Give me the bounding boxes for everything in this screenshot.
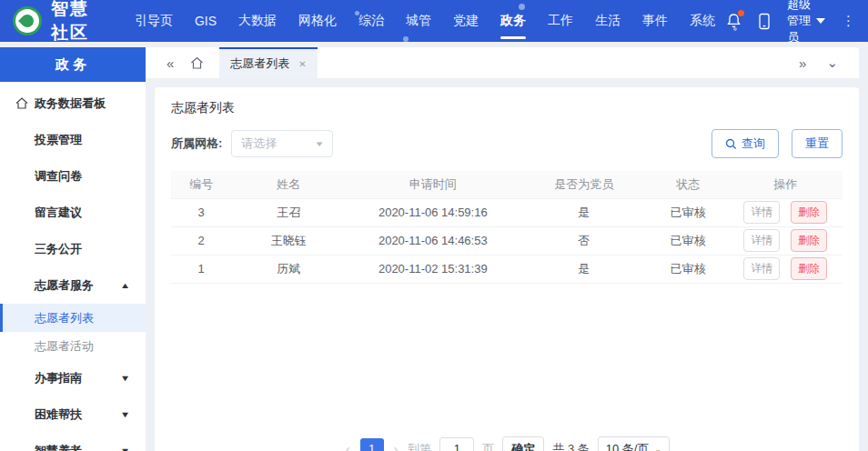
cell-name: 王召 bbox=[231, 198, 345, 226]
search-icon bbox=[725, 138, 737, 150]
sidebar-item-assistance[interactable]: 困难帮扶 ▼ bbox=[0, 396, 146, 433]
table-row: 1 历斌 2020-11-02 15:31:39 是 已审核 详情 删除 bbox=[171, 255, 843, 283]
page-number-active[interactable]: 1 bbox=[360, 438, 384, 451]
sidebar: 政务 政务数据看板 投票管理 调查问卷 留言建议 三务 bbox=[0, 47, 146, 451]
goto-prefix-label: 到第 bbox=[408, 441, 431, 451]
col-header-id: 编号 bbox=[171, 171, 231, 198]
col-header-name: 姓名 bbox=[231, 171, 345, 198]
chevron-down-icon bbox=[816, 18, 825, 24]
layout: 政务 政务数据看板 投票管理 调查问卷 留言建议 三务 bbox=[0, 42, 868, 451]
app-title: 智慧社区 bbox=[51, 0, 100, 42]
main-area: « 志愿者列表 ✕ » ⌄ 志愿者列表 所属网格: bbox=[146, 47, 868, 451]
sidebar-item-label: 志愿者列表 bbox=[35, 310, 94, 326]
delete-button[interactable]: 删除 bbox=[791, 229, 827, 252]
nav-item-bigdata[interactable]: 大数据 bbox=[227, 0, 288, 42]
nav-item-governance[interactable]: 综治 bbox=[348, 0, 395, 42]
cell-time: 2020-11-06 14:46:53 bbox=[346, 226, 520, 255]
col-header-actions: 操作 bbox=[729, 171, 843, 198]
confirm-button[interactable]: 确定 bbox=[502, 436, 544, 451]
nav-item-event[interactable]: 事件 bbox=[631, 0, 679, 42]
sidebar-item-label: 三务公开 bbox=[35, 241, 82, 257]
select-placeholder: 请选择 bbox=[241, 135, 277, 152]
detail-button[interactable]: 详情 bbox=[743, 257, 780, 280]
cell-status: 已审核 bbox=[648, 255, 729, 283]
nav-item-grid[interactable]: 网格化 bbox=[288, 0, 348, 42]
sidebar-item-service-guide[interactable]: 办事指南 ▼ bbox=[0, 360, 146, 396]
goto-page-input[interactable] bbox=[439, 437, 474, 451]
sidebar-item-elderly-care[interactable]: 智慧养老 ▼ bbox=[0, 433, 146, 451]
nav-item-government-active[interactable]: 政务 bbox=[490, 0, 537, 42]
delete-button[interactable]: 删除 bbox=[791, 257, 827, 280]
tab-label: 志愿者列表 bbox=[230, 55, 289, 72]
top-nav-menu: 引导页 GIS 大数据 网格化 综治 城管 党建 政务 工作 生活 事件 系统 bbox=[124, 0, 726, 42]
detail-button[interactable]: 详情 bbox=[743, 201, 780, 224]
delete-button[interactable]: 删除 bbox=[791, 201, 827, 224]
top-navbar: 智慧社区 引导页 GIS 大数据 网格化 综治 城管 党建 政务 工作 生活 事… bbox=[0, 0, 868, 42]
sidebar-item-feedback[interactable]: 留言建议 bbox=[0, 195, 146, 231]
tab-strip-right: » ⌄ bbox=[791, 55, 846, 71]
page-title: 志愿者列表 bbox=[171, 100, 843, 116]
detail-button[interactable]: 详情 bbox=[743, 229, 780, 252]
mobile-device-icon[interactable] bbox=[758, 11, 771, 31]
home-tab-icon[interactable] bbox=[182, 56, 212, 69]
table-row: 3 王召 2020-11-06 14:59:16 是 已审核 详情 删除 bbox=[171, 198, 843, 226]
close-icon[interactable]: ✕ bbox=[298, 59, 306, 69]
nav-item-city[interactable]: 城管 bbox=[395, 0, 442, 42]
reset-button-label: 重置 bbox=[805, 135, 829, 152]
chevron-down-icon: ▼ bbox=[315, 140, 325, 148]
cell-actions: 详情 删除 bbox=[729, 226, 843, 255]
filter-actions: 查询 重置 bbox=[712, 129, 843, 158]
sidebar-item-label: 困难帮扶 bbox=[35, 406, 82, 423]
col-header-status: 状态 bbox=[648, 171, 729, 198]
cell-status: 已审核 bbox=[648, 226, 729, 255]
sidebar-item-label: 留言建议 bbox=[35, 205, 82, 221]
prev-page-icon[interactable]: ‹ bbox=[344, 442, 352, 451]
notification-bell-icon[interactable] bbox=[726, 11, 742, 31]
table-header-row: 编号 姓名 申请时间 是否为党员 状态 操作 bbox=[171, 171, 843, 198]
sidebar-item-survey[interactable]: 调查问卷 bbox=[0, 158, 146, 195]
cell-id: 2 bbox=[171, 226, 231, 255]
sidebar-item-voting[interactable]: 投票管理 bbox=[0, 122, 146, 158]
page-size-select[interactable]: 10 条/页 ⌄ bbox=[598, 436, 670, 451]
collapse-sidebar-icon[interactable]: « bbox=[158, 55, 182, 71]
kebab-menu-icon[interactable]: ⋮ bbox=[842, 13, 855, 29]
sidebar-item-volunteer-list[interactable]: 志愿者列表 bbox=[0, 304, 146, 332]
cell-party: 是 bbox=[520, 255, 648, 283]
chevron-down-icon: ▼ bbox=[120, 374, 131, 383]
col-header-party: 是否为党员 bbox=[520, 171, 648, 198]
nav-item-guide[interactable]: 引导页 bbox=[124, 0, 184, 42]
user-menu[interactable]: 超级管理员 bbox=[787, 0, 825, 42]
nav-item-party[interactable]: 党建 bbox=[442, 0, 490, 42]
topbar-right: 超级管理员 ⋮ bbox=[726, 0, 855, 42]
page-size-value: 10 条/页 bbox=[606, 441, 650, 451]
cell-time: 2020-11-02 15:31:39 bbox=[346, 255, 520, 283]
sidebar-item-label: 政务数据看板 bbox=[35, 95, 106, 112]
sidebar-item-label: 志愿者服务 bbox=[35, 277, 94, 294]
total-count-label: 共 3 条 bbox=[552, 441, 589, 451]
sidebar-item-disclosure[interactable]: 三务公开 bbox=[0, 231, 146, 267]
search-button-label: 查询 bbox=[742, 135, 765, 152]
grid-select[interactable]: 请选择 ▼ bbox=[231, 130, 333, 157]
sidebar-item-volunteer-activity[interactable]: 志愿者活动 bbox=[0, 332, 146, 360]
col-header-time: 申请时间 bbox=[346, 171, 520, 198]
user-name: 超级管理员 bbox=[787, 0, 811, 42]
sidebar-item-dashboard[interactable]: 政务数据看板 bbox=[0, 85, 146, 122]
chevron-down-icon: ▼ bbox=[120, 410, 131, 419]
search-button[interactable]: 查询 bbox=[712, 129, 779, 158]
reset-button[interactable]: 重置 bbox=[792, 129, 843, 158]
next-page-icon[interactable]: › bbox=[392, 442, 400, 451]
expand-tabs-icon[interactable]: » bbox=[791, 55, 814, 71]
tab-options-icon[interactable]: ⌄ bbox=[818, 55, 846, 71]
nav-item-gis[interactable]: GIS bbox=[184, 0, 227, 42]
grid-filter-label: 所属网格: bbox=[171, 135, 222, 152]
cell-name: 历斌 bbox=[231, 255, 345, 283]
home-icon bbox=[15, 97, 28, 109]
sidebar-item-volunteer-service[interactable]: 志愿者服务 ▲ bbox=[0, 267, 146, 304]
nav-item-work[interactable]: 工作 bbox=[537, 0, 584, 42]
app-window: 智慧社区 引导页 GIS 大数据 网格化 综治 城管 党建 政务 工作 生活 事… bbox=[0, 0, 868, 451]
nav-item-life[interactable]: 生活 bbox=[584, 0, 631, 42]
volunteer-table: 编号 姓名 申请时间 是否为党员 状态 操作 3 王召 2020-11-06 1 bbox=[171, 171, 843, 284]
nav-item-system[interactable]: 系统 bbox=[679, 0, 726, 42]
chevron-up-icon: ▲ bbox=[120, 281, 131, 290]
tab-volunteer-list[interactable]: 志愿者列表 ✕ bbox=[219, 47, 317, 78]
